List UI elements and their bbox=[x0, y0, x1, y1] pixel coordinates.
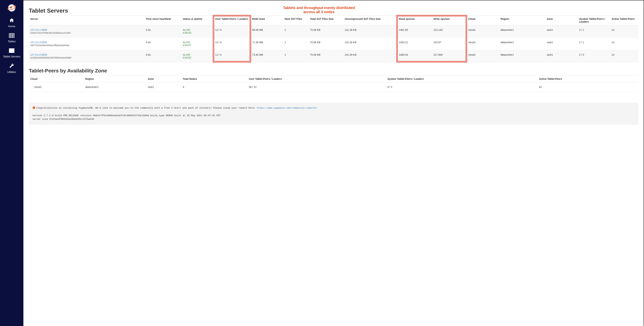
sidebar-item-label: Utilities bbox=[8, 70, 16, 74]
az-section-title: Tablet-Peers by Availability Zone bbox=[29, 68, 638, 74]
home-icon bbox=[9, 18, 14, 23]
svg-point-2 bbox=[10, 7, 12, 8]
table-icon bbox=[9, 33, 14, 38]
table-row: 127.0.0.3:90003d87320da09b46f4ab2fffbeb0… bbox=[29, 38, 638, 50]
server-link[interactable]: 127.0.0.1:9000 bbox=[30, 29, 47, 31]
col-ram: RAM Used bbox=[251, 16, 283, 25]
az-col-region: Region bbox=[84, 76, 146, 82]
svg-point-5 bbox=[14, 6, 16, 7]
col-uncompressed: Uncompressed SST Files Size bbox=[343, 16, 398, 25]
cell-status: ALIVE:0:05:53 bbox=[182, 25, 214, 38]
az-region: datacenter1 bbox=[84, 82, 146, 92]
cell-user-peers: 12 / 4 bbox=[214, 38, 251, 50]
sidebar-item-home[interactable]: Home bbox=[8, 18, 15, 28]
cell-user-peers: 12 / 4 bbox=[214, 50, 251, 63]
cell-heartbeat: 0.9s bbox=[144, 50, 182, 63]
cell-read-ops: 1481.65 bbox=[398, 25, 432, 38]
cell-sys-peers: 2 / 1 bbox=[578, 38, 610, 50]
az-col-cloud: Cloud bbox=[29, 76, 84, 82]
az-col-user-peers: User Tablet-Peers / Leaders bbox=[247, 76, 386, 82]
cell-active-peers: 14 bbox=[610, 25, 638, 38]
table-row: cloud1datacenter1rack1336 / 126 / 242 bbox=[29, 82, 638, 92]
server-hash: 3d87320da09b46f4ab2fffbeb04a638a bbox=[30, 44, 69, 47]
az-zone: rack1 bbox=[146, 82, 181, 92]
svg-point-13 bbox=[10, 49, 10, 50]
cell-num-sst: 1 bbox=[283, 25, 308, 38]
cell-total-sst: 75.08 KB bbox=[308, 25, 343, 38]
az-col-nodes: Total Nodes bbox=[181, 76, 247, 82]
az-col-zone: Zone bbox=[146, 76, 181, 82]
server-hash: 02501752cf764dc3b21535dcaccb7ae0 bbox=[30, 32, 70, 34]
gift-icon: 🎁 bbox=[32, 107, 35, 109]
footer-congrats: Congratulations on installing YugabyteDB… bbox=[36, 107, 257, 109]
table-row: 127.0.0.1:900002501752cf764dc3b21535dcac… bbox=[29, 25, 638, 38]
reward-link[interactable]: https://www.yugabyte.com/community-rewar… bbox=[257, 107, 317, 109]
az-col-active-peers: Active Tablet-Peers bbox=[538, 76, 638, 82]
col-status: Status & Uptime bbox=[182, 16, 214, 25]
col-server: Server bbox=[29, 16, 144, 25]
cell-uncompressed: 141.28 KB bbox=[343, 50, 398, 63]
sidebar-item-label: Home bbox=[8, 25, 15, 28]
az-sys-peers: 6 / 2 bbox=[386, 82, 538, 92]
cell-num-sst: 1 bbox=[283, 38, 308, 50]
az-nodes: 3 bbox=[181, 82, 247, 92]
sidebar-item-label: Tablet Servers bbox=[3, 55, 20, 58]
cell-heartbeat: 0.9s bbox=[144, 25, 182, 38]
cell-write-ops: 213.143 bbox=[432, 25, 467, 38]
cell-read-ops: 1483.54 bbox=[398, 50, 432, 63]
cell-region: datacenter1 bbox=[499, 38, 545, 50]
col-user-peers: User Tablet-Peers / Leaders bbox=[214, 16, 251, 25]
col-num-sst: Num SST Files bbox=[283, 16, 308, 25]
callout-line1: Tablets and throughput evenly distribute… bbox=[36, 6, 602, 10]
col-sys-peers: System Tablet-Peers / Leaders bbox=[578, 16, 610, 25]
app-logo bbox=[8, 4, 16, 12]
callout-line2: across all 3 nodes bbox=[36, 10, 602, 14]
cell-total-sst: 75.08 KB bbox=[308, 38, 343, 50]
col-heartbeat: Time since heartbeat bbox=[144, 16, 182, 25]
sidebar-item-label: Tables bbox=[8, 40, 16, 43]
cell-uncompressed: 141.28 KB bbox=[343, 38, 398, 50]
cell-uncompressed: 141.28 KB bbox=[343, 25, 398, 38]
footer-version: version 2.7.2.0 build PRE_RELEASE revisi… bbox=[32, 114, 635, 118]
cell-status: ALIVE:0:04:52 bbox=[182, 50, 214, 63]
table-row: 127.0.0.2:9000d2280b34d460400196780915e4… bbox=[29, 50, 638, 63]
cell-user-peers: 12 / 4 bbox=[214, 25, 251, 38]
col-read-ops: Read ops/sec bbox=[398, 16, 432, 25]
cell-zone: rack1 bbox=[545, 25, 578, 38]
col-region: Region bbox=[499, 16, 545, 25]
cell-ram: 73.40 MB bbox=[251, 50, 283, 63]
cell-total-sst: 75.08 KB bbox=[308, 50, 343, 63]
svg-point-14 bbox=[10, 52, 10, 52]
cell-sys-peers: 2 / 1 bbox=[578, 25, 610, 38]
col-active-peers: Active Tablet-Peers bbox=[610, 16, 638, 25]
col-write-ops: Write ops/sec bbox=[432, 16, 467, 25]
main-content: Tablet Servers Tablets and throughput ev… bbox=[24, 0, 644, 326]
col-cloud: Cloud bbox=[467, 16, 499, 25]
footer-uuid: server uuid 87afeedf989342a28a5a551c1576… bbox=[32, 117, 635, 121]
cell-ram: 71.30 MB bbox=[251, 38, 283, 50]
cell-zone: rack1 bbox=[545, 38, 578, 50]
az-active-peers: 42 bbox=[538, 82, 638, 92]
cell-zone: rack1 bbox=[545, 50, 578, 63]
server-hash: d2280b34d460400196780915e4d438bf bbox=[30, 56, 71, 59]
col-zone: Zone bbox=[545, 16, 578, 25]
cell-num-sst: 1 bbox=[283, 50, 308, 63]
sidebar-item-utilities[interactable]: Utilities bbox=[8, 63, 16, 74]
server-link[interactable]: 127.0.0.2:9000 bbox=[30, 53, 47, 56]
server-link[interactable]: 127.0.0.3:9000 bbox=[30, 41, 47, 44]
cell-cloud: cloud1 bbox=[467, 50, 499, 63]
server-icon bbox=[9, 48, 14, 54]
callout-annotation: Tablets and throughput evenly distribute… bbox=[36, 6, 602, 14]
wrench-icon bbox=[9, 63, 14, 69]
cell-sys-peers: 2 / 0 bbox=[578, 50, 610, 63]
sidebar-item-tablet-servers[interactable]: Tablet Servers bbox=[3, 48, 20, 58]
cell-write-ops: 210.97 bbox=[432, 38, 467, 50]
az-cloud: cloud1 bbox=[29, 82, 84, 92]
tablet-servers-table: Server Time since heartbeat Status & Upt… bbox=[29, 16, 638, 63]
cell-write-ops: 217.904 bbox=[432, 50, 467, 63]
az-col-sys-peers: System Tablet-Peers / Leaders bbox=[386, 76, 538, 82]
sidebar-item-tables[interactable]: Tables bbox=[8, 33, 16, 43]
cell-heartbeat: 0.9s bbox=[144, 38, 182, 50]
cell-ram: 66.06 MB bbox=[251, 25, 283, 38]
sidebar: Home Tables Tablet Servers Utilities bbox=[0, 0, 24, 326]
